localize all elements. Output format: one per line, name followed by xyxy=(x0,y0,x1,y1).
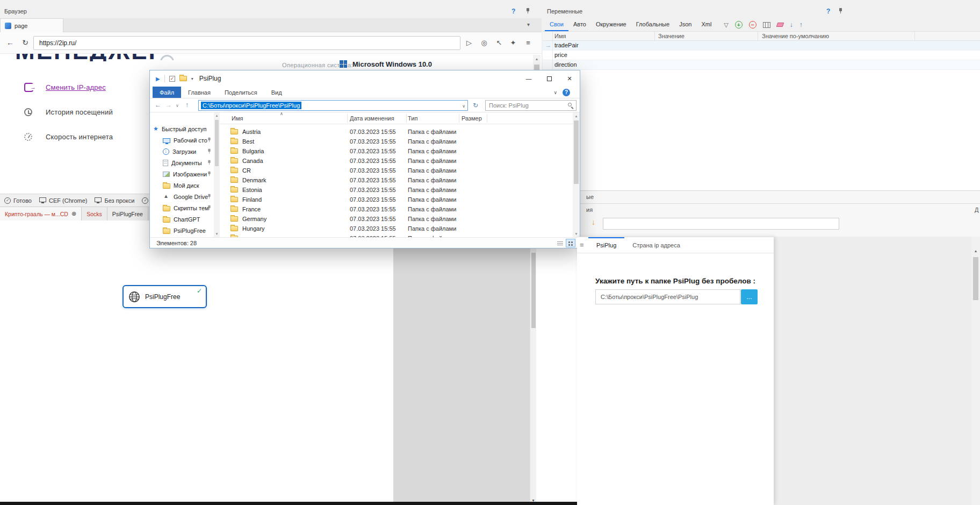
move-down-icon[interactable]: ↓ xyxy=(790,21,793,29)
details-view-icon[interactable] xyxy=(555,239,565,247)
scrollbar-thumb[interactable] xyxy=(973,257,978,300)
minimize-button[interactable]: — xyxy=(518,70,539,87)
sidebar-item-quick-access[interactable]: ★ Быстрый доступ xyxy=(150,123,214,134)
column-divider[interactable] xyxy=(406,114,407,123)
run-icon[interactable]: ▷ xyxy=(463,39,475,47)
tab-list-dropdown-icon[interactable]: ▾ xyxy=(527,22,530,27)
scroll-down-icon[interactable]: ▾ xyxy=(214,231,220,237)
variables-tab[interactable]: Окружение xyxy=(591,18,631,31)
refresh-icon[interactable]: ↻ xyxy=(473,102,478,109)
variables-tab[interactable]: Json xyxy=(674,18,696,31)
url-input[interactable] xyxy=(33,36,460,50)
columns-icon[interactable] xyxy=(763,22,770,28)
clear-icon[interactable] xyxy=(776,23,784,27)
column-divider[interactable] xyxy=(487,114,487,123)
nav-history-dropdown-icon[interactable]: ∨ xyxy=(175,103,180,108)
ribbon-tab[interactable]: Файл xyxy=(153,87,181,98)
sidebar-item[interactable]: Рабочий сто xyxy=(150,134,214,146)
ribbon-tab[interactable]: Вид xyxy=(264,87,289,98)
actions-input[interactable] xyxy=(603,218,839,230)
sidebar-item[interactable]: Скрипты тем xyxy=(150,202,214,214)
explorer-help-icon[interactable]: ? xyxy=(563,89,570,96)
file-row[interactable]: France 07.03.2023 15:55 Папка с файлами xyxy=(220,205,573,215)
variables-tab[interactable]: Свои xyxy=(545,18,568,31)
ribbon-tab[interactable]: Главная xyxy=(181,87,218,98)
file-row[interactable]: Austria 07.03.2023 15:55 Папка с файлами xyxy=(220,127,573,137)
file-row[interactable]: Best 07.03.2023 15:55 Папка с файлами xyxy=(220,137,573,147)
back-icon[interactable]: ← xyxy=(4,38,16,47)
browser-tab-page[interactable]: page xyxy=(0,18,63,32)
column-header-value[interactable]: Значение xyxy=(658,33,684,39)
file-row[interactable]: CR 07.03.2023 15:55 Папка с файлами xyxy=(220,166,573,176)
scroll-up-icon[interactable]: ▴ xyxy=(573,112,580,119)
variable-row[interactable]: → tradePair xyxy=(543,41,980,51)
scrollbar-thumb[interactable] xyxy=(215,120,219,166)
ribbon-collapse-icon[interactable]: ∨ xyxy=(553,90,557,95)
file-row[interactable]: Estonia 07.03.2023 15:55 Папка с файлами xyxy=(220,186,573,195)
sidebar-item[interactable]: Google Drive xyxy=(150,191,214,202)
pin-icon[interactable] xyxy=(525,8,530,14)
variable-row[interactable]: price xyxy=(543,51,980,60)
file-row[interactable]: Denmark 07.03.2023 15:55 Папка с файлами xyxy=(220,176,573,186)
column-header-size[interactable]: Размер xyxy=(462,115,482,122)
address-dropdown-icon[interactable]: ∨ xyxy=(462,104,465,109)
sidebar-item[interactable]: Изображени xyxy=(150,168,214,180)
page-link[interactable]: Сменить IP-адрес xyxy=(24,81,113,94)
pin-icon[interactable] xyxy=(838,8,843,14)
sidebar-item[interactable]: Мой диск xyxy=(150,180,214,191)
page-link[interactable]: Скорость интернета xyxy=(24,130,113,143)
refresh-icon[interactable]: ↻ xyxy=(19,38,31,47)
move-up-icon[interactable]: ↑ xyxy=(799,21,803,29)
page-link[interactable]: История посещений xyxy=(24,105,113,118)
gray-panel-scrollbar[interactable]: ▾ xyxy=(530,237,536,505)
sidebar-scrollbar[interactable]: ▴ ▾ xyxy=(214,112,220,237)
file-row[interactable]: Finland 07.03.2023 15:55 Папка с файлами xyxy=(220,195,573,205)
sidebar-item[interactable]: Документы xyxy=(150,157,214,168)
target-icon[interactable]: ◎ xyxy=(478,39,490,47)
column-header-name[interactable]: Имя xyxy=(554,33,566,39)
file-row[interactable]: Canada 07.03.2023 15:55 Папка с файлами xyxy=(220,157,573,166)
scroll-up-icon[interactable]: ▴ xyxy=(533,55,541,61)
right-scrollbar[interactable]: ▴ xyxy=(971,246,980,505)
nav-up-icon[interactable]: ↑ xyxy=(182,101,192,109)
column-header-type[interactable]: Тип xyxy=(408,115,417,122)
add-variable-icon[interactable]: + xyxy=(735,21,743,29)
column-divider[interactable] xyxy=(347,114,348,123)
settings-tab[interactable]: Страна ip адреса xyxy=(624,237,688,253)
path-input[interactable] xyxy=(595,289,740,304)
file-list-scrollbar[interactable]: ▴ ▾ xyxy=(573,112,580,237)
nav-back-icon[interactable]: ← xyxy=(153,101,163,109)
close-button[interactable]: ✕ xyxy=(559,70,580,87)
column-header-date[interactable]: Дата изменения xyxy=(350,115,394,122)
checkbox-icon[interactable] xyxy=(169,76,175,82)
file-row[interactable]: Germany 07.03.2023 15:55 Папка с файлами xyxy=(220,215,573,224)
nav-forward-icon[interactable]: → xyxy=(164,101,174,109)
tab-menu-icon[interactable]: ≡ xyxy=(580,241,588,249)
play-icon[interactable]: ▶ xyxy=(156,76,160,82)
search-input[interactable] xyxy=(485,100,577,111)
close-tab-icon[interactable]: ⊗ xyxy=(71,210,76,217)
scroll-up-icon[interactable]: ▴ xyxy=(971,246,980,253)
variable-row[interactable]: direction xyxy=(543,60,980,70)
scrollbar-thumb[interactable] xyxy=(531,253,536,328)
sidebar-item[interactable]: PsiPlugFree xyxy=(150,225,214,236)
scrollbar-thumb[interactable] xyxy=(574,120,579,184)
remove-variable-icon[interactable]: − xyxy=(749,21,756,29)
address-bar[interactable]: C:\Боты\прокси\PsiPlugFree\PsiPlug ∨ xyxy=(198,100,468,111)
script-tab[interactable]: PsiPlugFree xyxy=(107,207,148,221)
file-row[interactable]: Hungary 07.03.2023 15:55 Папка с файлами xyxy=(220,224,573,234)
plugin-icon[interactable]: ✦ xyxy=(507,39,519,47)
pointer-icon[interactable]: ↖ xyxy=(493,39,505,47)
icons-view-icon[interactable] xyxy=(566,239,575,247)
menu-icon[interactable]: ≡ xyxy=(522,39,534,47)
script-tab[interactable]: Socks xyxy=(82,207,107,221)
search-icon[interactable] xyxy=(568,103,572,106)
node-psiplugfree[interactable]: PsiPlugFree ✓ xyxy=(122,285,207,308)
qat-dropdown-icon[interactable]: ▾ xyxy=(191,76,193,81)
script-tab[interactable]: Крипто-грааль — м...CD ⊗ xyxy=(0,207,82,221)
maximize-button[interactable] xyxy=(539,70,559,87)
variables-tab[interactable]: Глобальные xyxy=(631,18,674,31)
column-divider[interactable] xyxy=(459,114,459,123)
explorer-titlebar[interactable]: ▶ ▾ PsiPlug — ✕ xyxy=(150,70,580,87)
file-row[interactable]: Bulgaria 07.03.2023 15:55 Папка с файлам… xyxy=(220,147,573,157)
